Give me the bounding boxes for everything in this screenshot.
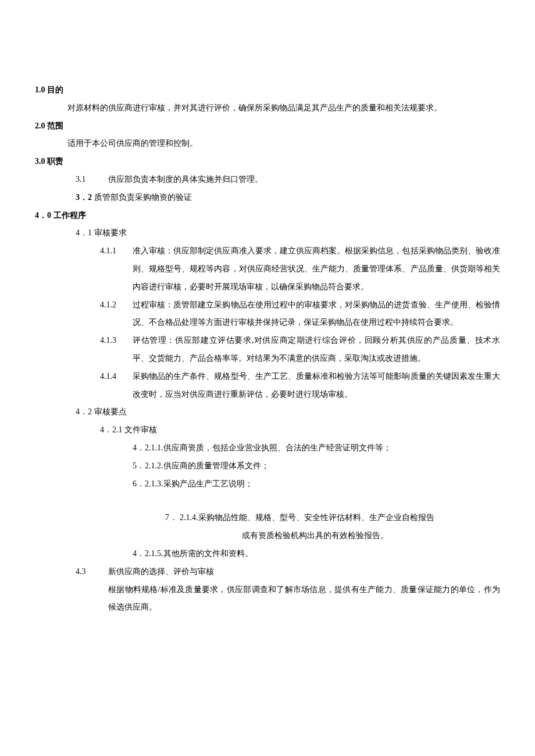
item-4-2-1-2: 5．2.1.2.供应商的质量管理体系文件； xyxy=(35,457,500,475)
item-4-1-1-num: 4.1.1 xyxy=(100,242,133,260)
item-4-2-1-3: 6．2.1.3.采购产品生产工艺说明； xyxy=(35,475,500,493)
item-4-2-1-4: 7． 2.1.4.采购物品性能、规格、型号、安全性评估材料、生产企业自检报告 或… xyxy=(35,509,500,545)
item-4-1-4: 4.1.4 采购物品的生产条件、规格型号、生产工艺、质量标准和检验方法等可能影响… xyxy=(100,368,500,404)
item-4-1-3: 4.1.3 评估管理：供应部建立评估要求,对供应商定期进行综合评价，回顾分析其供… xyxy=(100,332,500,368)
section-3-heading: 3.0 职责 xyxy=(35,153,500,171)
section-2-heading: 2.0 范围 xyxy=(35,117,500,135)
item-4-2-1-4-line1: 2.1.4.采购物品性能、规格、型号、安全性评估材料、生产企业自检报告 xyxy=(180,509,465,527)
item-4-1-2-text: 过程审核：质管部建立采购物品在使用过程中的审核要求，对采购物品的进货查验、生产使… xyxy=(133,296,500,332)
item-4-2-1-1: 4．2.1.1.供应商资质，包括企业营业执照、合法的生产经营证明文件等； xyxy=(35,439,500,457)
section-4-2-heading: 4．2 审核要点 xyxy=(35,403,500,421)
item-4-1-3-num: 4.1.3 xyxy=(100,332,133,350)
section-3-item-1-text: 供应部负责本制度的具体实施并归口管理。 xyxy=(108,175,263,184)
item-4-2-1-4-num: 7． xyxy=(165,509,180,527)
item-4-1-3-text: 评估管理：供应部建立评估要求,对供应商定期进行综合评价，回顾分析其供应的产品质量… xyxy=(133,332,500,368)
item-4-1-2: 4.1.2 过程审核：质管部建立采购物品在使用过程中的审核要求，对采购物品的进货… xyxy=(100,296,500,332)
section-3-item-1: 3.1供应部负责本制度的具体实施并归口管理。 xyxy=(35,171,500,189)
item-4-1-1-text: 准入审核：供应部制定供应商准入要求，建立供应商档案。根据采购信息，包括采购物品类… xyxy=(133,242,500,296)
section-3-item-2: 3．2 质管部负责采购物资的验证 xyxy=(35,189,500,207)
section-4-2-1-heading: 4．2.1 文件审核 xyxy=(35,421,500,439)
section-3-item-2-text: 质管部负责采购物资的验证 xyxy=(94,193,192,202)
section-4-3-title: 新供应商的选择、评价与审核 xyxy=(108,567,214,576)
item-4-1-4-num: 4.1.4 xyxy=(100,368,133,386)
item-4-2-1-5: 4．2.1.5.其他所需的文件和资料。 xyxy=(35,545,500,563)
section-3-item-2-num: 3．2 xyxy=(76,189,92,207)
item-4-1-1: 4.1.1 准入审核：供应部制定供应商准入要求，建立供应商档案。根据采购信息，包… xyxy=(100,242,500,296)
section-4-heading: 4．0 工作程序 xyxy=(35,207,500,225)
section-1-body: 对原材料的供应商进行审核，并对其进行评价，确保所采购物品满足其产品生产的质量和相… xyxy=(35,99,500,117)
item-4-1-4-text: 采购物品的生产条件、规格型号、生产工艺、质量标准和检验方法等可能影响质量的关键因… xyxy=(133,368,500,404)
item-4-2-1-4-line2: 或有资质检验机构出具的有效检验报告。 xyxy=(165,527,465,545)
section-4-3-num: 4.3 xyxy=(76,563,108,581)
section-1-heading: 1.0 目的 xyxy=(35,81,500,99)
section-2-body: 适用于本公司供应商的管理和控制。 xyxy=(35,135,500,153)
spacer xyxy=(35,493,500,509)
section-4-1-heading: 4．1 审核要求 xyxy=(35,224,500,242)
section-4-3-heading: 4.3新供应商的选择、评价与审核 xyxy=(35,563,500,581)
item-4-1-2-num: 4.1.2 xyxy=(100,296,133,314)
section-4-3-body: 根据物料规格/标准及质量要求，供应部调查和了解市场信息，提供有生产能力、质量保证… xyxy=(35,581,500,617)
section-3-item-1-num: 3.1 xyxy=(76,171,108,189)
